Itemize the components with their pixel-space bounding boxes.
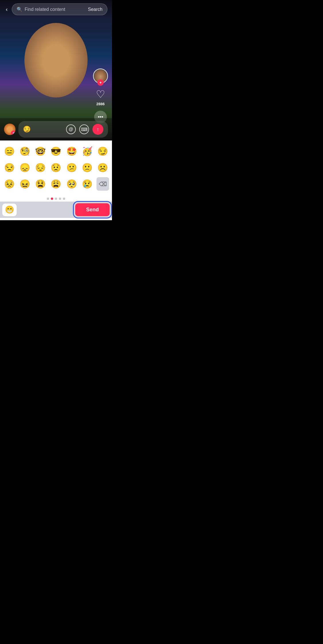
- keyboard-icon: ⌨: [81, 127, 88, 132]
- send-button-wrap: Send: [75, 203, 110, 216]
- emoji-worried[interactable]: 😟: [49, 160, 63, 175]
- emoji-confused[interactable]: 😕: [64, 160, 79, 175]
- creator-avatar-wrap[interactable]: +: [93, 69, 108, 83]
- user-badge: tl: [11, 130, 16, 135]
- emoji-weary[interactable]: 😩: [49, 176, 63, 192]
- smiley-button[interactable]: 😁: [2, 204, 17, 216]
- input-emoji-icon[interactable]: 😏: [23, 126, 31, 133]
- search-placeholder-text: Find related content: [25, 7, 86, 12]
- comment-input-area: tl 😏 @ ⌨ ↑: [0, 118, 112, 140]
- emoji-pleading[interactable]: 🥺: [64, 176, 79, 192]
- heart-icon: ♡: [94, 88, 107, 101]
- input-action-buttons: @ ⌨ ↑: [66, 124, 103, 135]
- video-background-face: [24, 23, 88, 97]
- search-icon: 🔍: [17, 7, 22, 12]
- user-avatar-small: tl: [4, 124, 16, 135]
- emoji-grid: 😑 🧐 🤓 😎 🤩 🥳 😏 😒 😞 😔 😟 😕 🙁 ☹️ 😣 😖 😫 😩 🥺 😢…: [0, 140, 112, 195]
- backspace-icon: ⌫: [99, 181, 107, 188]
- emoji-confounded[interactable]: 😖: [17, 176, 32, 192]
- right-actions: + ♡ 2886 •••: [93, 69, 108, 123]
- keyboard-button[interactable]: ⌨: [79, 124, 89, 134]
- top-bar: ‹ 🔍 Find related content Search: [0, 0, 112, 19]
- emoji-disappointed[interactable]: 😞: [17, 160, 32, 175]
- search-bar[interactable]: 🔍 Find related content Search: [12, 3, 107, 15]
- like-count: 2886: [96, 102, 105, 106]
- emoji-star-struck[interactable]: 🤩: [64, 143, 79, 159]
- dot-1[interactable]: [47, 198, 49, 200]
- dot-4[interactable]: [59, 198, 61, 200]
- send-arrow-button[interactable]: ↑: [92, 124, 103, 135]
- follow-button[interactable]: +: [97, 79, 104, 86]
- emoji-unamused[interactable]: 😒: [2, 160, 17, 175]
- dot-2[interactable]: [51, 198, 53, 200]
- emoji-monocle[interactable]: 🧐: [17, 143, 32, 159]
- emoji-crying[interactable]: 😢: [80, 176, 94, 192]
- emoji-pensive[interactable]: 😔: [33, 160, 48, 175]
- emoji-tired[interactable]: 😫: [33, 176, 48, 192]
- emoji-party[interactable]: 🥳: [80, 143, 94, 159]
- smiley-icon: 😁: [5, 205, 14, 214]
- dot-3[interactable]: [55, 198, 57, 200]
- send-button[interactable]: Send: [75, 203, 110, 216]
- delete-emoji-button[interactable]: ⌫: [96, 177, 109, 191]
- emoji-keyboard: 😑 🧐 🤓 😎 🤩 🥳 😏 😒 😞 😔 😟 😕 🙁 ☹️ 😣 😖 😫 😩 🥺 😢…: [0, 140, 112, 220]
- emoji-sunglasses[interactable]: 😎: [49, 143, 63, 159]
- emoji-nerd[interactable]: 🤓: [33, 143, 48, 159]
- emoji-smirk[interactable]: 😏: [95, 143, 110, 159]
- page-dots: [0, 196, 112, 202]
- emoji-neutral-face[interactable]: 😑: [2, 143, 17, 159]
- emoji-frown[interactable]: ☹️: [95, 160, 110, 175]
- emoji-slightly-frown[interactable]: 🙁: [80, 160, 94, 175]
- mention-button[interactable]: @: [66, 124, 76, 134]
- keyboard-footer: 😁 Send: [0, 202, 112, 218]
- keyboard-bottom: 😁 Send: [0, 195, 112, 220]
- back-button[interactable]: ‹: [5, 5, 9, 14]
- video-area: ‹ 🔍 Find related content Search + ♡ 2886…: [0, 0, 112, 140]
- comment-input-wrap[interactable]: 😏 @ ⌨ ↑: [18, 121, 108, 138]
- emoji-persevering[interactable]: 😣: [2, 176, 17, 192]
- dot-5[interactable]: [63, 198, 65, 200]
- search-button[interactable]: Search: [88, 7, 102, 12]
- arrow-up-icon: ↑: [97, 126, 99, 132]
- like-button[interactable]: ♡ 2886: [94, 88, 107, 106]
